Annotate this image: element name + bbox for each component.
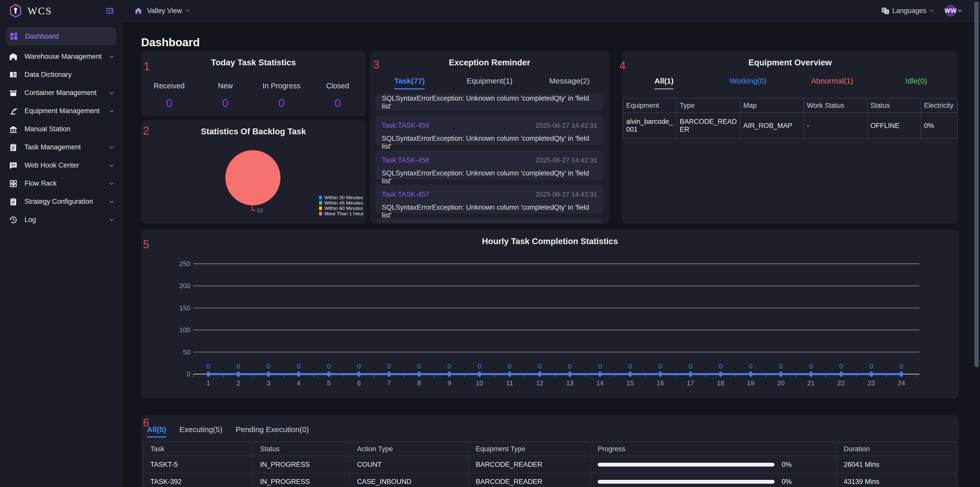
chevron-down-icon <box>928 8 935 14</box>
x-axis-tick-label: 19 <box>747 379 754 387</box>
tab-message[interactable]: Message(2) <box>530 77 609 89</box>
venue-selector[interactable]: Valley View <box>134 6 191 15</box>
exception-item[interactable]: Task:TASK-458 2025-06-27 14:42:31 SQLSyn… <box>375 150 603 180</box>
card-title: Equipment Overview <box>622 51 958 67</box>
chevron-down-icon <box>108 108 115 114</box>
data-point <box>448 371 451 377</box>
cell-equipment-type: BARCODE_READER <box>469 456 590 473</box>
tab-working[interactable]: Working(0) <box>706 77 791 89</box>
chevron-down-icon <box>956 7 963 14</box>
stat-closed: Closed 0 <box>310 82 366 110</box>
tab-all-tasks[interactable]: All(5) <box>147 425 166 438</box>
exception-item[interactable]: SQLSyntaxErrorException: Unknown column … <box>375 94 603 111</box>
x-axis-tick-label: 8 <box>417 379 421 387</box>
chevron-down-icon <box>108 198 115 205</box>
task-list-card: All(5) Executing(5) Pending Execution(0)… <box>141 415 959 487</box>
task-link[interactable]: TASK-392 <box>143 473 253 487</box>
exception-item-partial[interactable] <box>375 219 603 224</box>
data-point <box>267 371 270 377</box>
data-point-label: 0 <box>357 362 361 370</box>
chevron-down-icon <box>108 89 115 96</box>
exception-task-link[interactable]: Task:TASK-458 <box>382 156 429 164</box>
language-selector[interactable]: G 文 Languages <box>881 6 935 15</box>
sidebar-collapse-button[interactable] <box>105 6 115 16</box>
data-point <box>327 371 331 377</box>
data-point <box>357 371 361 377</box>
exception-task-link[interactable]: Task:TASK-457 <box>382 190 429 198</box>
tab-executing[interactable]: Executing(5) <box>180 425 222 438</box>
legend-item[interactable]: Within 45 Minutes <box>319 200 364 206</box>
chat-bubble-icon <box>9 161 18 170</box>
legend-item[interactable]: More Than 1 Hour <box>319 211 364 216</box>
legend-label: Within 30 Minutes <box>325 195 363 200</box>
hourly-line-chart[interactable]: 2502001501005000102030405060708090100110… <box>141 230 959 398</box>
x-axis-tick-label: 12 <box>536 379 543 387</box>
sidebar-item-dashboard[interactable]: Dashboard <box>6 27 116 45</box>
data-point-label: 0 <box>809 362 813 370</box>
exception-item[interactable]: Task:TASK-457 2025-06-27 14:42:31 SQLSyn… <box>375 184 603 214</box>
col-work-status: Work Status <box>803 98 867 113</box>
equipment-link[interactable]: alvin_barcode_001 <box>623 113 676 139</box>
tab-pending-execution[interactable]: Pending Execution(0) <box>235 425 309 438</box>
annotation-marker: 6 <box>143 417 149 428</box>
data-point-label: 0 <box>870 362 873 370</box>
cell-status: IN_PROGRESS <box>253 473 350 487</box>
progress-label: 0% <box>782 461 792 469</box>
tab-all[interactable]: All(1) <box>622 77 706 89</box>
data-point <box>900 371 903 377</box>
col-progress: Progress <box>590 442 837 456</box>
stat-new: New 0 <box>197 82 253 110</box>
legend-label: More Than 1 Hour <box>325 211 364 217</box>
tab-abnormal[interactable]: Abnormal(1) <box>790 77 874 89</box>
sidebar-item-log[interactable]: Log <box>0 211 123 229</box>
page-scrollbar[interactable] <box>974 2 979 367</box>
sidebar-item-flow-rack[interactable]: Flow Rack <box>0 174 123 193</box>
grid-icon <box>9 179 18 188</box>
tab-equipment[interactable]: Equipment(1) <box>449 77 529 89</box>
x-axis-tick-label: 5 <box>327 379 331 387</box>
x-axis-tick-label: 20 <box>777 379 784 387</box>
legend-swatch <box>319 206 322 210</box>
x-axis-tick-label: 2 <box>237 379 240 387</box>
sidebar-item-equipment-management[interactable]: Equipment Management <box>0 102 123 120</box>
col-action-type: Action Type <box>350 442 469 456</box>
cell-equipment-type: BARCODE_READER <box>469 473 590 487</box>
stat-value: 0 <box>310 97 366 110</box>
dashboard-icon <box>9 32 18 41</box>
sidebar-item-data-dictionary[interactable]: Data Dictionary <box>0 65 123 84</box>
sidebar-item-task-management[interactable]: Task Management <box>0 138 123 156</box>
sidebar-item-warehouse-management[interactable]: Warehouse Management <box>0 48 123 65</box>
exception-message: SQLSyntaxErrorException: Unknown column … <box>375 198 603 219</box>
tab-idle[interactable]: Idle(0) <box>874 77 959 89</box>
col-status: Status <box>867 98 921 113</box>
tab-task[interactable]: Task(77) <box>369 77 449 89</box>
data-point-label: 0 <box>779 362 783 370</box>
sidebar-item-strategy-configuration[interactable]: Strategy Configuration <box>0 193 123 211</box>
exception-task-link[interactable]: Task:TASK-459 <box>382 121 429 129</box>
sidebar-item-container-management[interactable]: Container Management <box>0 84 123 102</box>
x-axis-tick-label: 1 <box>207 379 210 387</box>
data-point-label: 0 <box>267 362 270 370</box>
clipboard-icon <box>9 197 18 206</box>
sidebar-item-manual-station[interactable]: Manual Station <box>0 120 123 138</box>
stat-value: 0 <box>141 97 197 110</box>
data-point <box>538 371 542 377</box>
data-point-label: 0 <box>839 362 843 370</box>
sidebar-item-label: Web Hook Center <box>24 161 108 169</box>
pie-legend: Within 30 MinutesWithin 45 MinutesWithin… <box>319 195 364 216</box>
user-menu[interactable]: WW <box>945 5 963 17</box>
robot-arm-icon <box>9 107 18 116</box>
y-axis-tick-label: 200 <box>180 282 190 290</box>
sidebar-item-label: Data Dictionary <box>24 71 115 79</box>
sidebar-item-label: Equipment Management <box>24 107 108 115</box>
data-point-label: 0 <box>237 362 240 370</box>
legend-item[interactable]: Within 60 Minutes <box>319 206 364 211</box>
col-task: Task <box>143 442 253 456</box>
data-point <box>809 371 813 377</box>
stat-in-progress: In Progress 0 <box>253 82 310 110</box>
legend-item[interactable]: Within 30 Minutes <box>319 195 364 200</box>
y-axis-tick-label: 0 <box>187 370 190 378</box>
exception-item[interactable]: Task:TASK-459 2025-06-27 14:42:31 SQLSyn… <box>375 115 603 145</box>
task-link[interactable]: TASKT-5 <box>143 456 253 473</box>
sidebar-item-web-hook-center[interactable]: Web Hook Center <box>0 156 123 174</box>
